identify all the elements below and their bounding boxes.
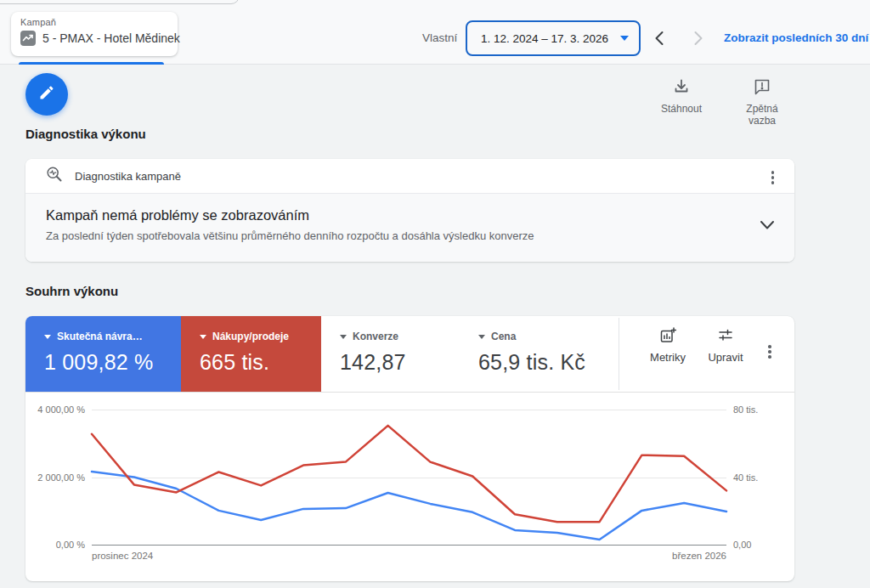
metrics-button[interactable]: Metriky <box>641 327 695 364</box>
metric-card-cost[interactable]: Cena 65,9 tis. Kč <box>460 316 619 392</box>
metric-value: 142,87 <box>340 350 451 375</box>
metric-card-roas[interactable]: Skutečná návra… 1 009,82 % <box>25 316 181 392</box>
feedback-button[interactable]: Zpětná vazba <box>731 78 794 127</box>
metrics-button-label: Metriky <box>641 351 695 364</box>
y-axis-right-tick: 80 tis. <box>733 404 758 415</box>
diagnostics-magnifier-icon <box>46 166 63 186</box>
y-axis-right-tick: 0,00 <box>733 540 751 550</box>
performance-summary-card: Skutečná návra… 1 009,82 % Nákupy/prodej… <box>25 316 794 581</box>
next-period-button[interactable] <box>688 29 707 48</box>
diagnostics-status-title: Kampaň nemá problémy se zobrazováním <box>46 207 743 223</box>
metric-label: Konverze <box>353 331 398 342</box>
diagnostics-section-title: Diagnostika výkonu <box>25 127 146 141</box>
metric-card-purchases[interactable]: Nákupy/prodeje 665 tis. <box>181 316 321 392</box>
metric-value: 1 009,82 % <box>44 350 172 375</box>
download-icon <box>673 83 690 98</box>
performance-chart-icon <box>20 31 36 46</box>
chevron-down-icon[interactable] <box>759 219 776 235</box>
y-axis-right-tick: 40 tis. <box>733 472 758 483</box>
diagnostics-overflow-menu-button[interactable] <box>768 167 778 188</box>
show-last-30-days-link[interactable]: Zobrazit posledních 30 dní <box>724 31 868 44</box>
y-axis-left-tick: 4 000,00 % <box>29 404 85 415</box>
diagnostics-card: Diagnostika kampaně Kampaň nemá problémy… <box>25 159 794 262</box>
campaign-chip-label: Kampaň <box>20 17 168 28</box>
metric-value: 665 tis. <box>200 350 313 375</box>
previous-period-button[interactable] <box>651 29 669 48</box>
metric-label: Cena <box>491 331 516 342</box>
x-axis-start-label: prosinec 2024 <box>92 551 153 561</box>
metric-label: Skutečná návra… <box>57 331 143 342</box>
x-axis-line <box>92 545 726 546</box>
metric-card-conversions[interactable]: Konverze 142,87 <box>321 316 460 392</box>
download-label: Stáhnout <box>650 103 713 115</box>
summary-section-title: Souhrn výkonu <box>25 284 118 298</box>
chart-overflow-menu-button[interactable] <box>765 342 775 362</box>
edit-button-label: Upravit <box>698 351 753 364</box>
edit-campaign-button[interactable] <box>25 73 68 116</box>
diagnostics-status-detail: Za poslední týden spotřebovala většinu p… <box>46 229 743 242</box>
feedback-label-line1: Zpětná <box>731 103 794 115</box>
toolbar-remnant <box>0 0 240 4</box>
y-axis-left-tick: 2 000,00 % <box>29 472 85 483</box>
feedback-icon <box>754 83 771 98</box>
x-axis-end-label: březen 2026 <box>658 551 726 561</box>
edit-chart-button[interactable]: Upravit <box>698 327 753 364</box>
diagnostics-status-row[interactable]: Kampaň nemá problémy se zobrazováním Za … <box>25 194 794 262</box>
download-button[interactable]: Stáhnout <box>650 78 713 115</box>
diagnostics-card-title: Diagnostika kampaně <box>75 170 181 183</box>
gridline-top <box>92 410 726 410</box>
metric-divider <box>619 318 619 390</box>
metric-value: 65,9 tis. Kč <box>478 350 610 375</box>
google-ads-performance-page: Kampaň 5 - PMAX - Hotel Mědinek Vlastní … <box>0 0 870 588</box>
date-range-value: 1. 12. 2024 – 17. 3. 2026 <box>481 32 615 45</box>
campaign-chip[interactable]: Kampaň 5 - PMAX - Hotel Mědinek <box>11 12 178 56</box>
tune-sliders-icon <box>717 332 734 347</box>
diagnostics-card-header: Diagnostika kampaně <box>25 159 794 194</box>
metric-dropdown-icon <box>200 335 206 339</box>
date-range-picker[interactable]: 1. 12. 2024 – 17. 3. 2026 <box>466 20 641 56</box>
date-range-type-label: Vlastní <box>422 31 457 44</box>
metric-dropdown-icon <box>478 335 485 339</box>
gridline-middle <box>92 478 726 478</box>
metric-dropdown-icon <box>340 335 347 339</box>
metric-label: Nákupy/prodeje <box>212 331 289 342</box>
feedback-label-line2: vazba <box>731 115 794 127</box>
header-bar: Kampaň 5 - PMAX - Hotel Mědinek Vlastní … <box>0 0 870 65</box>
y-axis-left-tick: 0,00 % <box>29 540 85 550</box>
campaign-name: 5 - PMAX - Hotel Mědinek <box>42 31 180 45</box>
caret-down-icon <box>620 36 629 41</box>
add-metrics-icon <box>659 332 676 347</box>
pencil-icon <box>38 84 55 105</box>
metric-row: Skutečná návra… 1 009,82 % Nákupy/prodej… <box>25 316 794 393</box>
metric-dropdown-icon <box>44 335 51 339</box>
active-tab-indicator <box>19 62 164 65</box>
